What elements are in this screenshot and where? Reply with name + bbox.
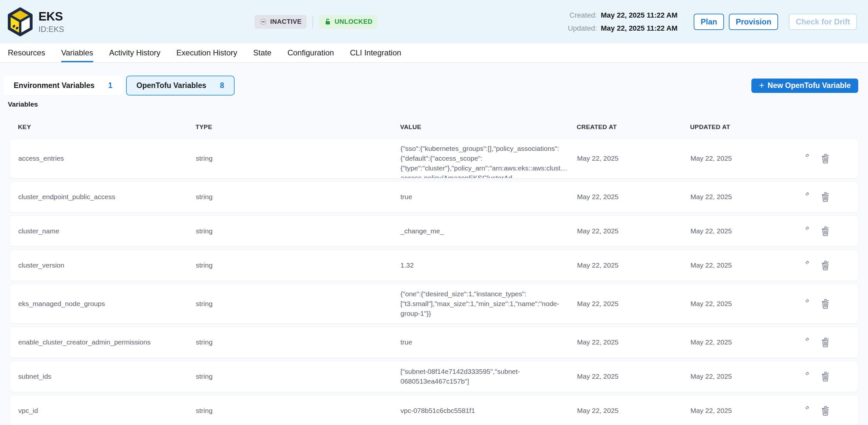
edit-variable-button[interactable]	[799, 405, 810, 417]
workspace-header: EKS ID:EKS INACTIVE UNLOCKED Created: Ma…	[0, 0, 868, 43]
table-row: vpc_id string vpc-078b51c6cbc5581f1 May …	[10, 395, 858, 425]
column-header-created-at: CREATED AT	[577, 124, 690, 131]
variable-updated-at: May 22, 2025	[690, 407, 786, 415]
variable-value: _change_me_	[400, 221, 577, 241]
pencil-icon	[799, 225, 810, 237]
variable-updated-at: May 22, 2025	[690, 154, 786, 162]
variable-key: eks_managed_node_groups	[18, 300, 196, 308]
created-value: May 22, 2025 11:22 AM	[601, 11, 677, 20]
timestamps: Created: May 22, 2025 11:22 AM Updated: …	[568, 11, 678, 33]
trash-icon	[820, 298, 831, 309]
variable-value: ["subnet-08f14e7142d333595","subnet-0680…	[400, 362, 577, 391]
header-actions: Plan Provision Check for Drift	[694, 14, 857, 30]
row-actions	[786, 225, 848, 237]
trash-icon	[820, 260, 831, 271]
edit-variable-button[interactable]	[799, 336, 810, 348]
delete-variable-button[interactable]	[819, 260, 831, 271]
title-block: EKS ID:EKS	[38, 10, 64, 34]
tab-cli-integration[interactable]: CLI Integration	[350, 43, 401, 62]
column-header-key: KEY	[18, 124, 195, 131]
delete-variable-button[interactable]	[819, 405, 831, 417]
pencil-icon	[799, 405, 810, 416]
edit-variable-button[interactable]	[799, 371, 810, 382]
status-badges: INACTIVE UNLOCKED	[64, 15, 568, 29]
variable-created-at: May 22, 2025	[577, 262, 690, 269]
variable-value: {"one":{"desired_size":1,"instance_types…	[400, 284, 577, 323]
trash-icon	[820, 337, 831, 348]
table-row: cluster_version string 1.32 May 22, 2025…	[10, 250, 858, 281]
tab-resources[interactable]: Resources	[8, 43, 45, 62]
subtab-count: 8	[220, 81, 224, 90]
trash-icon	[820, 153, 831, 164]
row-actions	[786, 371, 848, 382]
variable-type: string	[196, 154, 400, 162]
plan-button[interactable]: Plan	[694, 14, 724, 30]
variable-key: cluster_version	[18, 262, 196, 269]
variable-value: true	[400, 187, 577, 207]
table-row: enable_cluster_creator_admin_permissions…	[10, 327, 858, 358]
pencil-icon	[799, 260, 810, 271]
pencil-icon	[799, 191, 810, 203]
edit-variable-button[interactable]	[799, 260, 810, 271]
tab-state[interactable]: State	[253, 43, 271, 62]
lock-badge-label: UNLOCKED	[335, 18, 373, 25]
delete-variable-button[interactable]	[819, 336, 831, 348]
row-actions	[786, 191, 848, 203]
variable-updated-at: May 22, 2025	[690, 262, 786, 269]
tab-activity-history[interactable]: Activity History	[109, 43, 160, 62]
variable-updated-at: May 22, 2025	[690, 193, 786, 201]
variable-key: cluster_name	[18, 227, 196, 235]
new-opentofu-variable-button[interactable]: + New OpenTofu Variable	[751, 79, 858, 93]
subtab-label: Environment Variables	[14, 81, 94, 90]
table-row: subnet_ids string ["subnet-08f14e7142d33…	[10, 361, 858, 392]
unlock-icon	[324, 18, 332, 26]
row-actions	[786, 260, 848, 271]
variables-table: KEY TYPE VALUE CREATED AT UPDATED AT acc…	[10, 118, 858, 425]
subtab-opentofu-variables[interactable]: OpenTofu Variables 8	[126, 75, 235, 95]
variable-type: string	[196, 227, 400, 235]
status-badge-label: INACTIVE	[270, 18, 302, 25]
variable-value: vpc-078b51c6cbc5581f1	[400, 401, 577, 420]
variable-created-at: May 22, 2025	[577, 300, 690, 308]
delete-variable-button[interactable]	[819, 225, 831, 237]
provision-button[interactable]: Provision	[729, 14, 778, 30]
edit-variable-button[interactable]	[799, 225, 810, 237]
variable-value: true	[400, 332, 577, 352]
tab-execution-history[interactable]: Execution History	[176, 43, 237, 62]
minus-circle-icon	[259, 18, 267, 26]
check-for-drift-button[interactable]: Check for Drift	[789, 14, 857, 30]
variable-type: string	[196, 372, 400, 381]
delete-variable-button[interactable]	[819, 191, 831, 203]
table-row: cluster_endpoint_public_access string tr…	[10, 181, 858, 212]
variable-value: {"sso":{"kubernetes_groups":[],"policy_a…	[400, 139, 577, 178]
updated-value: May 22, 2025 11:22 AM	[601, 24, 677, 33]
variable-updated-at: May 22, 2025	[690, 372, 786, 381]
opentofu-logo-icon	[7, 7, 33, 37]
status-badge: INACTIVE	[254, 15, 307, 29]
variable-key: enable_cluster_creator_admin_permissions	[18, 338, 196, 346]
variable-created-at: May 22, 2025	[577, 193, 690, 201]
table-header-row: KEY TYPE VALUE CREATED AT UPDATED AT	[10, 118, 858, 136]
subtab-environment-variables[interactable]: Environment Variables 1	[3, 75, 123, 95]
variable-type: string	[196, 300, 400, 308]
page-id: ID:EKS	[38, 25, 64, 34]
column-header-updated-at: UPDATED AT	[690, 124, 786, 131]
delete-variable-button[interactable]	[819, 371, 831, 382]
column-header-value: VALUE	[400, 124, 577, 131]
new-variable-label: New OpenTofu Variable	[768, 81, 851, 90]
tab-configuration[interactable]: Configuration	[287, 43, 334, 62]
tab-variables[interactable]: Variables	[61, 43, 93, 62]
variable-updated-at: May 22, 2025	[690, 338, 786, 346]
variable-created-at: May 22, 2025	[577, 407, 690, 415]
variable-created-at: May 22, 2025	[577, 372, 690, 381]
variable-created-at: May 22, 2025	[577, 227, 690, 235]
edit-variable-button[interactable]	[799, 191, 810, 203]
row-actions	[786, 298, 848, 310]
row-actions	[786, 336, 848, 348]
row-actions	[786, 405, 848, 417]
edit-variable-button[interactable]	[799, 298, 810, 310]
delete-variable-button[interactable]	[819, 298, 831, 310]
pencil-icon	[799, 337, 810, 348]
delete-variable-button[interactable]	[819, 153, 831, 164]
edit-variable-button[interactable]	[799, 153, 810, 164]
